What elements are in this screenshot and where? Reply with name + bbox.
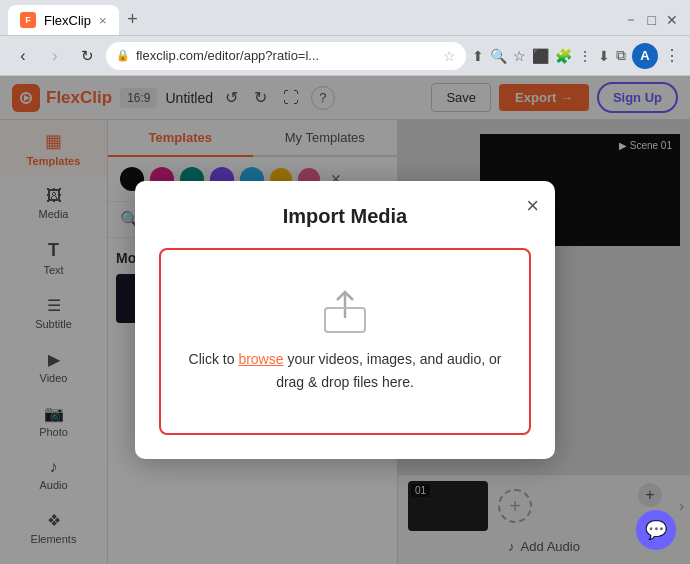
import-media-modal: × Import Media Click to browse your vide… bbox=[135, 181, 555, 459]
drop-zone[interactable]: Click to browse your videos, images, and… bbox=[159, 248, 531, 435]
more-actions-icon[interactable]: ⋮ bbox=[578, 48, 592, 64]
drop-zone-text: Click to browse your videos, images, and… bbox=[181, 348, 509, 393]
modal-title: Import Media bbox=[159, 205, 531, 228]
modal-close-button[interactable]: × bbox=[526, 195, 539, 217]
tab-favicon: F bbox=[20, 12, 36, 28]
close-icon[interactable]: ✕ bbox=[666, 12, 678, 28]
tab-icon[interactable]: ⧉ bbox=[616, 47, 626, 64]
browse-link[interactable]: browse bbox=[238, 351, 283, 367]
star-icon[interactable]: ☆ bbox=[513, 48, 526, 64]
tab-title: FlexClip bbox=[44, 13, 91, 28]
forward-button[interactable]: › bbox=[42, 43, 68, 69]
chat-icon: 💬 bbox=[645, 519, 667, 541]
screen-share-icon[interactable]: ⬆ bbox=[472, 48, 484, 64]
drop-text-suffix: your videos, images, and audio, or drag … bbox=[276, 351, 501, 389]
chat-widget[interactable]: 💬 bbox=[636, 510, 676, 550]
minimize-icon[interactable]: － bbox=[624, 11, 638, 29]
tab-close-icon[interactable]: × bbox=[99, 13, 107, 28]
zoom-icon[interactable]: 🔍 bbox=[490, 48, 507, 64]
browser-title-bar: F FlexClip × + － □ ✕ bbox=[0, 0, 690, 36]
refresh-button[interactable]: ↻ bbox=[74, 43, 100, 69]
url-bar[interactable]: 🔒 flexclip.com/editor/app?ratio=l... ☆ bbox=[106, 42, 466, 70]
back-button[interactable]: ‹ bbox=[10, 43, 36, 69]
address-bar: ‹ › ↻ 🔒 flexclip.com/editor/app?ratio=l.… bbox=[0, 36, 690, 76]
url-text: flexclip.com/editor/app?ratio=l... bbox=[136, 48, 437, 63]
lock-icon: 🔒 bbox=[116, 49, 130, 62]
new-tab-button[interactable]: + bbox=[119, 5, 147, 33]
profile-button[interactable]: A bbox=[632, 43, 658, 69]
drop-text-prefix: Click to bbox=[189, 351, 239, 367]
extensions-icon[interactable]: 🧩 bbox=[555, 48, 572, 64]
upload-icon bbox=[319, 290, 371, 334]
window-controls: － □ ✕ bbox=[624, 11, 682, 35]
modal-overlay[interactable]: × Import Media Click to browse your vide… bbox=[0, 76, 690, 564]
maximize-icon[interactable]: □ bbox=[648, 12, 656, 28]
bookmark-icon[interactable]: ☆ bbox=[443, 48, 456, 64]
browser-menu-icon[interactable]: ⋮ bbox=[664, 46, 680, 65]
upload-svg bbox=[319, 290, 371, 334]
download-icon[interactable]: ⬇ bbox=[598, 48, 610, 64]
tablet-icon[interactable]: ⬛ bbox=[532, 48, 549, 64]
tab[interactable]: F FlexClip × bbox=[8, 5, 119, 35]
